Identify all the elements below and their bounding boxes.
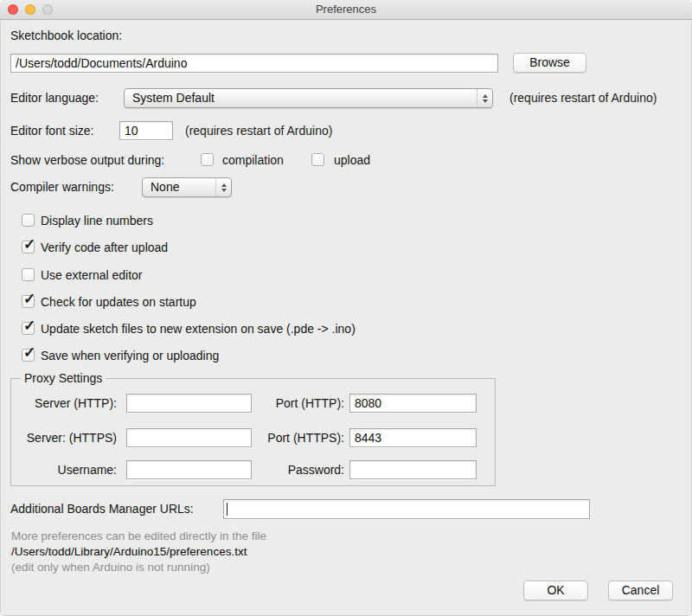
- checkmark-icon: ✓: [23, 290, 35, 308]
- verbose-compilation-label[interactable]: compilation: [222, 153, 284, 168]
- text-cursor: [227, 503, 227, 516]
- update-sketch-files-label[interactable]: Update sketch files to new extension on …: [41, 322, 356, 337]
- password-label: Password:: [253, 460, 344, 479]
- browse-button[interactable]: Browse: [513, 53, 586, 73]
- cancel-button[interactable]: Cancel: [608, 581, 673, 600]
- verify-code-label[interactable]: Verify code after upload: [41, 241, 168, 255]
- language-restart-note: (requires restart of Arduino): [509, 88, 657, 108]
- port-https-label: Port (HTTPS):: [253, 428, 344, 447]
- combo-stepper-icon: [477, 89, 492, 107]
- server-https-input[interactable]: [126, 428, 252, 447]
- footer-note-line3: (edit only when Arduino is not running): [11, 561, 210, 574]
- verify-code-checkbox[interactable]: ✓: [22, 241, 35, 253]
- sketchbook-location-label: Sketchbook location:: [10, 29, 122, 42]
- check-updates-label[interactable]: Check for updates on startup: [41, 295, 196, 310]
- boards-manager-urls-label: Additional Boards Manager URLs:: [10, 499, 194, 519]
- port-http-label: Port (HTTP):: [253, 394, 344, 413]
- save-when-verifying-checkbox[interactable]: ✓: [22, 349, 35, 362]
- arrow-down-icon: [221, 189, 227, 192]
- external-editor-checkbox[interactable]: ✓: [22, 268, 35, 281]
- arrow-down-icon: [483, 99, 488, 103]
- verbose-compilation-checkbox[interactable]: ✓: [201, 153, 214, 166]
- checkmark-icon: ✓: [23, 317, 35, 335]
- preferences-file-path: /Users/todd/Library/Arduino15/preference…: [11, 545, 247, 559]
- server-https-label: Server: (HTTPS): [16, 428, 117, 447]
- port-http-input[interactable]: [349, 394, 477, 413]
- port-https-input[interactable]: [349, 428, 477, 447]
- display-line-numbers-label[interactable]: Display line numbers: [41, 214, 153, 228]
- display-line-numbers-checkbox[interactable]: ✓: [22, 214, 35, 227]
- verbose-upload-label[interactable]: upload: [334, 153, 370, 168]
- server-http-input[interactable]: [126, 394, 252, 413]
- sketchbook-location-input[interactable]: [10, 54, 498, 73]
- compiler-warnings-value: None: [143, 178, 215, 196]
- window-title: Preferences: [0, 0, 692, 19]
- check-updates-checkbox[interactable]: ✓: [22, 295, 35, 308]
- editor-font-size-label: Editor font size:: [10, 121, 94, 140]
- editor-language-label: Editor language:: [10, 88, 99, 108]
- footer-note-line1: More preferences can be edited directly …: [11, 529, 266, 543]
- server-http-label: Server (HTTP):: [16, 394, 117, 413]
- username-label: Username:: [16, 460, 117, 479]
- arrow-up-icon: [221, 183, 227, 187]
- update-sketch-files-checkbox[interactable]: ✓: [22, 322, 35, 335]
- boards-manager-urls-input[interactable]: [223, 499, 590, 519]
- arrow-up-icon: [483, 94, 488, 98]
- zoom-window-icon: [42, 4, 53, 15]
- close-window-icon[interactable]: [8, 4, 18, 15]
- password-input[interactable]: [349, 460, 477, 479]
- ok-button[interactable]: OK: [523, 581, 588, 600]
- proxy-settings-group: Proxy Settings Server (HTTP): Port (HTTP…: [10, 378, 496, 486]
- compiler-warnings-label: Compiler warnings:: [10, 177, 114, 197]
- checkmark-icon: ✓: [23, 343, 35, 362]
- editor-language-select[interactable]: System Default: [124, 88, 493, 108]
- verbose-output-label: Show verbose output during:: [10, 153, 164, 168]
- compiler-warnings-select[interactable]: None: [142, 177, 232, 197]
- checkmark-icon: ✓: [23, 235, 35, 253]
- verbose-upload-checkbox[interactable]: ✓: [311, 153, 324, 166]
- editor-language-value: System Default: [125, 89, 477, 107]
- combo-stepper-icon: [215, 178, 231, 196]
- font-size-restart-note: (requires restart of Arduino): [185, 121, 332, 140]
- editor-font-size-input[interactable]: [119, 121, 173, 140]
- minimize-window-icon[interactable]: [25, 4, 35, 15]
- save-when-verifying-label[interactable]: Save when verifying or uploading: [41, 349, 219, 363]
- username-input[interactable]: [126, 460, 252, 479]
- external-editor-label[interactable]: Use external editor: [41, 268, 143, 283]
- preferences-dialog: Preferences Sketchbook location: Browse …: [0, 0, 692, 616]
- title-bar[interactable]: Preferences: [0, 0, 692, 20]
- proxy-settings-title: Proxy Settings: [21, 371, 106, 385]
